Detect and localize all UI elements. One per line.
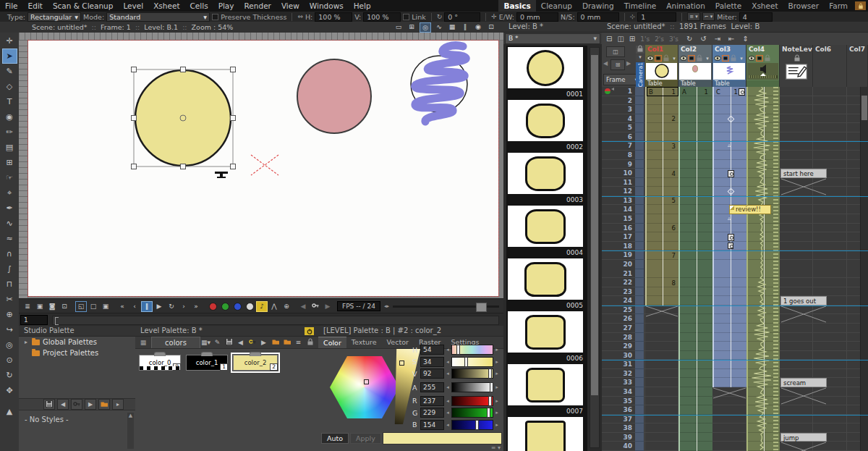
apply-button[interactable]: Apply [350,433,381,444]
slider-right-arrow[interactable]: ▸ [495,422,499,428]
frame-thumbnail-0005[interactable]: 0005 [506,258,587,311]
rotation-field[interactable]: 0 ° [444,12,480,22]
slider-bar-r[interactable] [451,396,493,406]
column-menu-arrow[interactable]: ▾ [704,55,711,62]
miter-field[interactable]: 4 [739,12,773,22]
column-header-col4[interactable]: Col4 [746,45,780,87]
slider-thumb[interactable] [464,357,468,367]
view-mode-subcamera-button[interactable]: ▣ [100,301,111,312]
room-tab-farm[interactable]: Farm [824,1,853,10]
parent-row[interactable]: Table [645,80,678,87]
menu-edit[interactable]: Edit [23,1,48,10]
row-number-29[interactable]: 29 [602,342,632,350]
tool-style-picker[interactable]: ☞ [2,170,17,185]
key-icon[interactable] [71,399,82,410]
onion-skin-marker[interactable] [603,88,615,95]
menu-file[interactable]: File [0,1,23,10]
sticky-note-review[interactable]: review!! [729,205,771,214]
slider-right-arrow[interactable]: ▸ [495,347,499,353]
slider-value-v[interactable]: 92 [420,368,444,379]
slider-left-arrow[interactable]: ◂ [446,359,450,365]
slider-value-h[interactable]: 54 [420,345,444,355]
tool-iron[interactable]: ⊓ [2,277,17,292]
room-tab-browser[interactable]: Browser [783,1,825,10]
frame-thumbnail-0007[interactable]: 0007 [506,364,587,417]
keyframe-icon[interactable] [728,243,733,249]
frame-thumbnail-0004[interactable]: 0004 [506,206,587,258]
slider-thumb[interactable] [488,368,492,379]
palette-page-tab[interactable]: colors [151,337,200,348]
row-number-38[interactable]: 38 [602,424,632,431]
color-hexagon-wheel[interactable] [330,356,399,418]
column-header-col3[interactable]: Col3▾Table [712,45,746,87]
tool-cutter[interactable]: ✂ [2,292,17,307]
lock-icon[interactable] [730,55,737,62]
xsheet-scrollbar-thumb[interactable] [861,96,867,120]
freeze-icon[interactable]: ∥ [460,22,470,31]
room-tab-basics[interactable]: Basics [498,0,535,12]
next-keyframe-button[interactable]: ▶ [322,301,333,312]
lock-column-icon[interactable] [636,46,644,54]
tool-control-point-editor[interactable]: ✒ [2,201,17,216]
tool-hook[interactable]: ↪ [2,322,17,337]
render-toggle-icon[interactable] [756,55,763,62]
fps-stepper[interactable]: ◂▸ [384,303,389,309]
preview-icon[interactable]: ◉ [473,22,483,31]
red-channel-icon[interactable] [207,301,218,312]
drawing-canvas[interactable] [28,41,498,296]
tool-skeleton[interactable]: ⊕ [2,307,17,322]
lock-palette-icon[interactable] [305,338,315,347]
slider-thumb[interactable] [490,382,493,392]
row-number-10[interactable]: 10 [602,169,632,177]
row-number-37[interactable]: 37 [602,416,632,423]
camera-column-icon[interactable]: ◫ [617,35,624,43]
row-number-32[interactable]: 32 [602,370,632,377]
frame-slider-thumb[interactable] [55,317,59,325]
slider-bar-g[interactable] [451,408,493,418]
slider-right-arrow[interactable]: ▸ [495,359,499,365]
play-button[interactable]: ▶ [153,301,165,312]
tool-geometric[interactable]: ◇ [2,79,17,94]
first-frame-button[interactable]: « [116,301,128,312]
slider-right-arrow[interactable]: ▸ [495,371,499,376]
style-tab-vector[interactable]: Vector [382,337,414,348]
join-style-select[interactable]: ⌐ ▾ [702,12,715,21]
palette-tree-item-project-palettes[interactable]: Project Palettes [19,347,135,358]
slider-bar-v[interactable] [451,368,493,379]
options-button[interactable]: ≣ [22,301,33,312]
save-palette-icon[interactable] [43,399,55,410]
inbetween-triangle-icon[interactable]: ▵ [728,215,731,222]
keyframe-icon[interactable] [739,88,745,96]
slider-thumb[interactable] [488,396,492,406]
new-style-icon[interactable] [271,338,280,347]
slider-bar-h[interactable] [451,345,493,355]
repeat-icon[interactable]: ↻ [686,35,692,43]
tool-fill[interactable]: ◉ [2,109,17,125]
style-swatch-color_1[interactable]: color_11 [186,355,228,371]
field-guide-icon[interactable]: ⊞ [407,22,417,31]
tool-tape[interactable]: ⊞ [2,155,17,170]
step-2's[interactable]: 2's [655,35,664,43]
slider-left-arrow[interactable]: ◂ [446,371,450,376]
column-menu-arrow[interactable]: ▾ [738,55,745,62]
slider-right-arrow[interactable]: ▸ [495,398,499,404]
ew-field[interactable]: 0 mm [516,12,558,22]
row-number-36[interactable]: 36 [602,406,632,413]
save-palette-icon[interactable] [224,338,234,347]
slider-value-g[interactable]: 229 [420,408,444,418]
row-number-31[interactable]: 31 [602,361,632,368]
green-channel-icon[interactable] [219,301,231,312]
room-tab-cleanup[interactable]: Cleanup [536,1,577,10]
style-tab-texture[interactable]: Texture [346,337,382,348]
soundtrack-button[interactable]: ♪ [256,301,268,312]
step-1's[interactable]: 1's [640,35,650,43]
note-jump[interactable]: jump [780,433,827,442]
tool-hand[interactable]: ✥ [2,383,17,398]
row-number-17[interactable]: 17 [602,233,632,240]
row-number-24[interactable]: 24 [602,297,632,304]
blue-channel-icon[interactable] [231,301,243,312]
menu-play[interactable]: Play [213,1,239,10]
menu-cells[interactable]: Cells [185,1,213,10]
column-header-col7[interactable]: Col7 [847,45,868,87]
row-number-33[interactable]: 33 [602,379,632,386]
